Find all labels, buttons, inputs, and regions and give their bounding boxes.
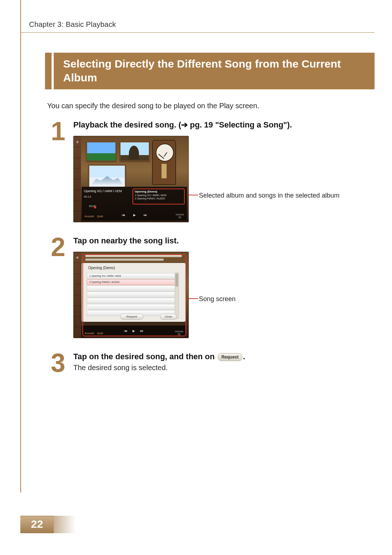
- sidebar-power-icon: ⏻: [74, 252, 81, 263]
- clock-hour-hand: [164, 152, 167, 157]
- page-number-block: 22: [20, 516, 54, 533]
- album-highlight-box: Opening (Demo) 1 Opening XG / AWM / AEM …: [132, 189, 185, 204]
- mode-acoustic: Acoustic: [85, 332, 94, 335]
- left-time-label: 00:0: [83, 308, 88, 311]
- step-3-title: Tap on the desired song, and then on Req…: [73, 351, 375, 362]
- volume-indicator: Volume 50: [176, 213, 184, 219]
- playback-controls: ⏮ ▶ ⏭: [82, 325, 185, 336]
- sidebar-item: [74, 147, 81, 158]
- play-panel: Opening XG / AWM / AEM 00:13 00:00 Openi…: [82, 187, 187, 220]
- page-number: 22: [20, 518, 54, 530]
- sidebar-power-icon: ⏻: [74, 136, 81, 147]
- section-title: Selecting Directly the Different Song fr…: [54, 53, 375, 89]
- volume-value: 50: [175, 333, 183, 336]
- request-button: Request: [120, 314, 143, 320]
- sidebar-item: [74, 263, 81, 274]
- step-1-number: 1: [46, 119, 70, 142]
- play-screen-screenshot: ⏻: [73, 136, 189, 222]
- left-margin-rule: [20, 0, 21, 493]
- close-button: Close: [160, 314, 177, 320]
- wall-clock-icon: [152, 140, 176, 185]
- song-dialog-topbar: [82, 254, 185, 262]
- mode-quiet: Quiet: [97, 332, 103, 335]
- manual-page: Chapter 3: Basic Playback Selecting Dire…: [0, 0, 392, 555]
- step-2-callout: Song screen: [199, 295, 236, 303]
- play-icon: ▶: [132, 329, 135, 333]
- wall-picture-landscape: [86, 141, 117, 162]
- song-row-empty: [87, 298, 175, 304]
- volume-indicator: Volume 50: [175, 330, 183, 336]
- elapsed-time: 00:13: [84, 195, 91, 198]
- left-song-label: Ope: [83, 306, 88, 308]
- step-3: 3 Tap on the desired song, and then on R…: [46, 351, 375, 374]
- step-1-title: Playback the desired song. (➔ pg. 19 "Se…: [73, 119, 375, 131]
- next-icon: ⏭: [142, 212, 148, 218]
- mode-labels: Acoustic Quiet: [85, 332, 103, 335]
- song-row-selected: 2 Opening PIANO / AUDIO: [87, 279, 175, 285]
- sidebar-item: [74, 316, 81, 327]
- sidebar-item: [74, 284, 81, 295]
- sidebar-item: [74, 305, 81, 316]
- step-3-note: The desired song is selected.: [73, 364, 375, 372]
- prev-icon: ⏮: [121, 212, 126, 218]
- sidebar-item: [74, 200, 81, 211]
- song-screen-screenshot: ⏻ Opening (Demo) 1: [73, 252, 189, 338]
- step-3-title-post: .: [243, 352, 245, 361]
- sidebar-item: [74, 190, 81, 200]
- sidebar-item: [74, 179, 81, 190]
- song-list-scrollbar: [175, 272, 179, 319]
- screenshot-sidebar: ⏻: [74, 252, 81, 338]
- sidebar-item: [74, 168, 81, 179]
- song-row-empty: [87, 304, 175, 310]
- album-highlight-title: Opening (Demo): [135, 190, 183, 194]
- chapter-underline: [20, 32, 375, 33]
- left-overflow-info: Ope 00:0: [83, 306, 88, 311]
- callout-leader-line: [189, 195, 198, 195]
- song-list-title: Opening (Demo): [88, 266, 115, 270]
- next-icon: ⏭: [140, 329, 143, 333]
- sidebar-item: [74, 327, 81, 338]
- step-3-number: 3: [46, 351, 70, 374]
- album-highlight-line1: 1 Opening XG / AWM / AEM: [135, 194, 183, 197]
- volume-label: Volume: [176, 213, 184, 216]
- wall-picture-mountains: [88, 165, 126, 188]
- volume-value: 50: [176, 216, 184, 219]
- album-highlight-line2: 2 Opening PIANO / AUDIO: [135, 197, 183, 200]
- step-2-title: Tap on nearby the song list.: [73, 235, 375, 247]
- sidebar-item: [74, 158, 81, 169]
- step-2-number: 2: [46, 235, 70, 258]
- record-indicator-icon: [94, 206, 96, 208]
- volume-label: Volume: [175, 330, 183, 333]
- song-row-empty: [87, 285, 175, 291]
- wall-picture-tree: [119, 141, 150, 162]
- playback-controls: ⏮ ▶ ⏭: [82, 210, 187, 220]
- now-playing-label: Opening XG / AWM / AEM: [84, 189, 122, 193]
- section-tab: [45, 53, 52, 89]
- section-heading: Selecting Directly the Different Song fr…: [45, 53, 375, 89]
- step-1-callout: Selected album and songs in the selected…: [199, 191, 339, 200]
- topbar-stripe: [85, 255, 182, 257]
- topbar-stripe: [85, 259, 164, 261]
- sidebar-item: [74, 295, 81, 306]
- intro-paragraph: You can specify the desired song to be p…: [47, 102, 375, 110]
- song-row: 1 Opening XG / AWM / AEM: [87, 273, 175, 279]
- inline-request-button: Request: [218, 353, 242, 361]
- sidebar-item: [74, 211, 81, 222]
- sidebar-item: [74, 274, 81, 284]
- prev-icon: ⏮: [124, 329, 127, 333]
- step-3-title-pre: Tap on the desired song, and then on: [73, 352, 217, 361]
- chapter-header: Chapter 3: Basic Playback: [29, 20, 375, 31]
- screenshot-sidebar: ⏻: [74, 136, 81, 222]
- step-2: 2 Tap on nearby the song list. ⏻: [46, 235, 375, 338]
- step-1-callout-text: Selected album and songs in the selected…: [199, 192, 339, 199]
- callout-leader-line: [189, 298, 198, 299]
- play-icon: ▶: [131, 212, 137, 218]
- step-1: 1 Playback the desired song. (➔ pg. 19 "…: [46, 119, 375, 222]
- song-row-empty: [87, 292, 175, 297]
- step-2-callout-text: Song screen: [199, 295, 236, 303]
